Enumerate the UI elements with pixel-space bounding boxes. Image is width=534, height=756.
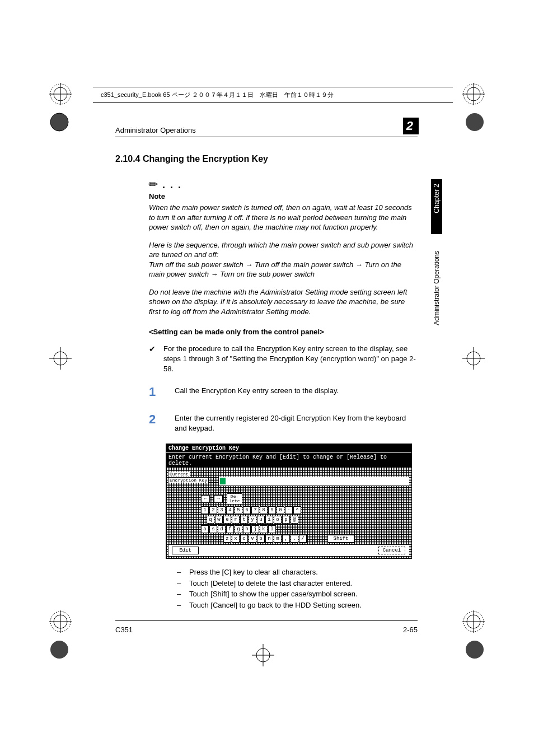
- svg-point-25: [50, 641, 68, 659]
- footer-model: C351: [115, 626, 133, 634]
- key[interactable]: 2: [209, 506, 217, 514]
- key[interactable]: 4: [226, 506, 234, 514]
- footer-page: 2-65: [403, 626, 418, 634]
- registration-mark-icon: [49, 610, 72, 633]
- key[interactable]: v: [249, 535, 256, 543]
- key[interactable]: j: [251, 525, 259, 533]
- scr-title: Change Encryption Key: [166, 444, 411, 452]
- key[interactable]: @: [291, 516, 298, 524]
- keyboard-row: asdfghjkl: [201, 525, 409, 533]
- key[interactable]: 3: [218, 506, 226, 514]
- note-icon: ✎ . . .: [149, 178, 418, 191]
- key[interactable]: 8: [260, 506, 268, 514]
- key[interactable]: z: [223, 535, 231, 543]
- key[interactable]: 9: [268, 506, 276, 514]
- running-head: Administrator Operations: [115, 126, 196, 134]
- key[interactable]: 0: [277, 506, 284, 514]
- key[interactable]: /: [299, 535, 307, 543]
- key[interactable]: 6: [243, 506, 251, 514]
- side-tab-section: Administrator Operations: [431, 246, 442, 358]
- key[interactable]: a: [201, 525, 209, 533]
- registration-mark-icon: [49, 83, 72, 105]
- key[interactable]: b: [257, 535, 265, 543]
- side-tab-chapter: Chapter 2: [431, 179, 442, 234]
- step-text: Enter the currently registered 20-digit …: [175, 411, 418, 433]
- registration-mark-icon: [49, 347, 72, 370]
- key[interactable]: d: [218, 525, 226, 533]
- note-paragraph: Here is the sequence, through which the …: [149, 240, 418, 279]
- step-number: 1: [149, 384, 159, 401]
- key[interactable]: g: [235, 525, 242, 533]
- key-left[interactable]: ←: [201, 495, 210, 503]
- key[interactable]: k: [260, 525, 268, 533]
- scr-field-label: Encryption Key: [168, 478, 208, 483]
- svg-point-10: [466, 113, 484, 131]
- check-text: For the procedure to call the Encryption…: [163, 344, 418, 374]
- key[interactable]: q: [207, 516, 214, 524]
- key[interactable]: e: [223, 516, 231, 524]
- registration-mark-icon: [462, 83, 485, 105]
- registration-mark-icon: [463, 638, 486, 661]
- list-item: Touch [Delete] to delete the last charac…: [177, 578, 418, 589]
- step-text: Call the Encryption Key entry screen to …: [175, 384, 418, 401]
- list-item: Press the [C] key to clear all character…: [177, 567, 418, 578]
- key[interactable]: t: [240, 516, 248, 524]
- edit-button[interactable]: Edit: [172, 547, 199, 554]
- scr-field-label: Current: [168, 472, 190, 477]
- note-paragraph: When the main power switch is turned off…: [149, 203, 418, 232]
- key[interactable]: o: [274, 516, 282, 524]
- sub-heading: <Setting can be made only from the contr…: [149, 328, 418, 336]
- key[interactable]: 5: [235, 506, 242, 514]
- scr-input-field[interactable]: [219, 477, 409, 486]
- key[interactable]: l: [268, 525, 276, 533]
- key[interactable]: m: [274, 535, 282, 543]
- key[interactable]: c: [240, 535, 248, 543]
- check-icon: ✔: [149, 344, 156, 374]
- list-item: Touch [Cancel] to go back to the HDD Set…: [177, 600, 418, 611]
- key[interactable]: 7: [251, 506, 259, 514]
- key[interactable]: ,: [282, 535, 290, 543]
- svg-point-26: [466, 641, 484, 659]
- registration-mark-icon: [463, 111, 486, 133]
- note-label: Note: [149, 192, 418, 200]
- key[interactable]: f: [226, 525, 234, 533]
- key[interactable]: p: [282, 516, 290, 524]
- key[interactable]: -: [285, 506, 293, 514]
- keyboard-row: 1234567890-^: [201, 506, 409, 514]
- crop-header: c351_security_E.book 65 ページ ２００７年４月１１日 水…: [93, 87, 453, 103]
- registration-mark-icon: [462, 610, 485, 633]
- cancel-button[interactable]: Cancel: [378, 547, 405, 554]
- key-right[interactable]: →: [214, 495, 223, 503]
- registration-mark-icon: [48, 638, 71, 661]
- key[interactable]: s: [209, 525, 217, 533]
- key[interactable]: y: [249, 516, 256, 524]
- key-shift[interactable]: Shift: [327, 535, 354, 543]
- keyboard-row: qwertyuiop@: [207, 516, 409, 524]
- chapter-number-box: 2: [403, 118, 419, 134]
- cursor-icon: [220, 478, 226, 484]
- keyboard-row: zxcvbnm,./ Shift: [223, 535, 409, 543]
- section-heading: 2.10.4 Changing the Encryption Key: [115, 154, 418, 164]
- device-screenshot: Change Encryption Key Enter current Encr…: [166, 444, 412, 559]
- registration-mark-icon: [252, 644, 274, 666]
- scr-instruction: Enter current Encryption Key and [Edit] …: [166, 452, 411, 468]
- key[interactable]: u: [257, 516, 265, 524]
- key[interactable]: w: [215, 516, 223, 524]
- key[interactable]: n: [265, 535, 273, 543]
- key[interactable]: 1: [201, 506, 209, 514]
- key[interactable]: .: [291, 535, 298, 543]
- registration-mark-icon: [48, 111, 71, 133]
- registration-mark-icon: [462, 347, 485, 370]
- step-number: 2: [149, 411, 159, 433]
- note-paragraph: Do not leave the machine with the Admini…: [149, 287, 418, 317]
- key[interactable]: x: [232, 535, 240, 543]
- list-item: Touch [Shift] to show the upper case/sym…: [177, 589, 418, 600]
- key[interactable]: h: [243, 525, 251, 533]
- key[interactable]: ^: [293, 506, 301, 514]
- key-delete[interactable]: De- lete: [227, 493, 242, 505]
- key[interactable]: r: [232, 516, 240, 524]
- key[interactable]: i: [265, 516, 273, 524]
